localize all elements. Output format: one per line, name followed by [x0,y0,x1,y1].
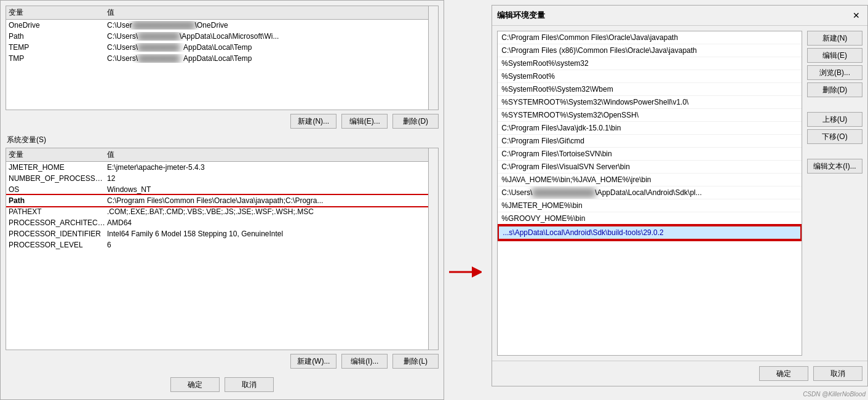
cell-var: PROCESSOR_LEVEL [9,241,107,249]
list-item[interactable]: %SystemRoot%\System32\Wbem [498,83,802,96]
arrow-container [444,265,485,279]
list-item[interactable]: C:\Program Files\VisualSVN Server\bin [498,161,802,174]
arrow-icon [448,265,482,279]
edit-moveup-button[interactable]: 上移(U) [807,112,862,127]
edit-new-button[interactable]: 新建(N) [807,31,862,46]
table-row[interactable]: TMP C:\Users\████████ AppData\Local\Temp [6,53,428,64]
path-list[interactable]: C:\Program Files\Common Files\Oracle\Jav… [497,31,802,356]
edit-dialog-footer: 确定 取消 [492,361,867,386]
edit-dialog-titlebar: 编辑环境变量 ✕ [492,6,867,26]
main-cancel-button[interactable]: 取消 [225,377,274,392]
user-vars-col-var: 变量 [9,7,107,18]
list-item[interactable]: C:\Program Files\Common Files\Oracle\Jav… [498,31,802,44]
table-row[interactable]: PROCESSOR_LEVEL 6 [6,239,428,250]
cell-val: .COM;.EXE;.BAT;.CMD;.VBS;.VBE;.JS;.JSE;.… [107,207,426,216]
list-item[interactable]: %SystemRoot%\system32 [498,57,802,70]
watermark: CSDN @KillerNoBlood [803,391,866,398]
list-item[interactable]: %SYSTEMROOT%\System32\WindowsPowerShell\… [498,96,802,109]
list-item[interactable]: C:\Program Files\Git\cmd [498,135,802,148]
edit-cancel-button[interactable]: 取消 [813,366,862,381]
list-item[interactable]: C:\Program Files (x86)\Common Files\Orac… [498,44,802,57]
user-vars-table-container: 变量 值 OneDrive C:\User████████████\OneDri… [6,6,439,110]
edit-dialog-content: C:\Program Files\Common Files\Oracle\Jav… [492,26,867,361]
list-item[interactable]: %GROOVY_HOME%\bin [498,212,802,225]
edit-edit-button[interactable]: 编辑(E) [807,48,862,63]
cell-var: Path [9,32,107,41]
sys-vars-label: 系统变量(S) [6,135,439,145]
edit-dialog: 编辑环境变量 ✕ C:\Program Files\Common Files\O… [492,5,868,386]
cell-val: C:\Users\████████ AppData\Local\Temp [107,54,426,63]
user-delete-button[interactable]: 删除(D) [392,114,439,129]
user-vars-header: 变量 值 [6,6,428,20]
main-ok-button[interactable]: 确定 [170,377,220,392]
cell-var: NUMBER_OF_PROCESSORS [9,174,107,183]
sys-vars-body: JMETER_HOME E:\jmeter\apache-jmeter-5.4.… [6,162,428,350]
user-vars-col-val: 值 [107,7,426,18]
cell-var: TEMP [9,43,107,52]
table-row[interactable]: PATHEXT .COM;.EXE;.BAT;.CMD;.VBS;.VBE;.J… [6,206,428,217]
close-button[interactable]: ✕ [850,9,862,22]
list-item[interactable]: C:\Program Files\TortoiseSVN\bin [498,148,802,161]
table-row[interactable]: TEMP C:\Users\████████ AppData\Local\Tem… [6,42,428,53]
table-row[interactable]: Path C:\Users\████████\AppData\Local\Mic… [6,31,428,42]
table-row[interactable]: OneDrive C:\User████████████\OneDrive [6,20,428,31]
cell-val: 12 [107,174,426,183]
cell-var: JMETER_HOME [9,163,107,172]
edit-edittext-button[interactable]: 编辑文本(I)... [807,159,862,174]
sys-delete-button[interactable]: 删除(L) [392,354,439,369]
cell-var: TMP [9,54,107,63]
cell-val: E:\jmeter\apache-jmeter-5.4.3 [107,163,426,172]
cell-val: C:\Users\████████\AppData\Local\Microsof… [107,32,426,41]
table-row-path[interactable]: Path C:\Program Files\Common Files\Oracl… [6,195,428,206]
cell-var: OneDrive [9,21,107,30]
cell-var: PROCESSOR_ARCHITECTURE [9,218,107,227]
cell-val: Intel64 Family 6 Model 158 Stepping 10, … [107,230,426,238]
sys-vars-col-var: 变量 [9,150,107,160]
cell-val: C:\User████████████\OneDrive [107,21,426,30]
edit-delete-button[interactable]: 删除(D) [807,82,862,97]
edit-movedown-button[interactable]: 下移(O) [807,129,862,144]
sys-scrollbar[interactable] [428,148,438,350]
edit-browse-button[interactable]: 浏览(B)... [807,65,862,80]
cell-val: C:\Program Files\Common Files\Oracle\Jav… [107,196,426,205]
user-new-button[interactable]: 新建(N)... [290,114,336,129]
list-item[interactable]: %JMETER_HOME%\bin [498,199,802,212]
cell-var: OS [9,185,107,194]
table-row[interactable]: PROCESSOR_ARCHITECTURE AMD64 [6,217,428,228]
list-item[interactable]: %SYSTEMROOT%\System32\OpenSSH\ [498,109,802,122]
edit-dialog-button-panel: 新建(N) 编辑(E) 浏览(B)... 删除(D) 上移(U) 下移(O) 编… [807,31,862,356]
scrollbar[interactable] [428,6,438,110]
cell-val: AMD64 [107,218,426,227]
table-row[interactable]: PROCESSOR_IDENTIFIER Intel64 Family 6 Mo… [6,228,428,239]
user-edit-button[interactable]: 编辑(E)... [341,114,388,129]
edit-dialog-title: 编辑环境变量 [497,10,545,21]
cell-val: 6 [107,241,426,249]
cell-val: Windows_NT [107,185,426,194]
table-row[interactable]: NUMBER_OF_PROCESSORS 12 [6,173,428,184]
cell-var: Path [9,196,107,205]
user-vars-btn-row: 新建(N)... 编辑(E)... 删除(D) [6,114,439,129]
sys-edit-button[interactable]: 编辑(I)... [341,354,388,369]
sys-vars-col-val: 值 [107,150,426,160]
user-vars-body: OneDrive C:\User████████████\OneDrive Pa… [6,20,428,110]
edit-ok-button[interactable]: 确定 [759,366,808,381]
table-row[interactable]: JMETER_HOME E:\jmeter\apache-jmeter-5.4.… [6,162,428,173]
list-item[interactable]: C:\Users\████████████\AppData\Local\Andr… [498,186,802,199]
table-row[interactable]: OS Windows_NT [6,184,428,195]
sys-vars-table-container: 变量 值 JMETER_HOME E:\jmeter\apache-jmeter… [6,148,439,350]
cell-var: PATHEXT [9,207,107,216]
sys-vars-section: 系统变量(S) 变量 值 JMETER_HOME E:\jmeter\apach… [6,135,439,372]
cell-var: PROCESSOR_IDENTIFIER [9,230,107,238]
list-item[interactable]: C:\Program Files\Java\jdk-15.0.1\bin [498,122,802,135]
main-dialog: 变量 值 OneDrive C:\User████████████\OneDri… [0,0,444,400]
sys-vars-btn-row: 新建(W)... 编辑(I)... 删除(L) [6,354,439,369]
main-dialog-footer: 确定 取消 [6,377,439,394]
list-item[interactable]: %JAVA_HOME%\bin;%JAVA_HOME%\jre\bin [498,174,802,186]
cell-val: C:\Users\████████ AppData\Local\Temp [107,43,426,52]
list-item[interactable]: %SystemRoot% [498,70,802,83]
list-item-selected[interactable]: ...s\AppData\Local\Android\Sdk\build-too… [498,225,802,240]
sys-new-button[interactable]: 新建(W)... [290,354,336,369]
sys-vars-header: 变量 值 [6,148,428,162]
